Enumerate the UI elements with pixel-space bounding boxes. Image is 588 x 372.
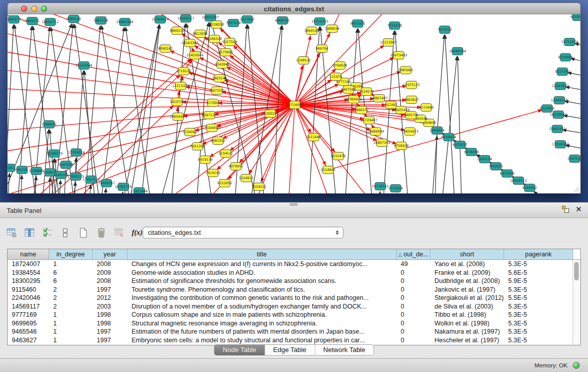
new-column-button[interactable] <box>77 226 90 239</box>
graph-node[interactable]: 7485063 <box>399 67 413 74</box>
graph-node[interactable]: 9218507 <box>571 14 581 21</box>
graph-node[interactable]: 16782759 <box>115 183 132 191</box>
table-cell[interactable]: 1 <box>49 336 93 345</box>
table-row[interactable]: 969969511998Structural magnetic resonanc… <box>8 319 573 328</box>
table-cell[interactable]: 6 <box>49 277 93 286</box>
graph-node[interactable]: 17359924 <box>68 149 84 157</box>
table-row[interactable]: 1830029562008Estimation of significance … <box>8 277 573 286</box>
graph-node[interactable]: 1986034 <box>325 25 340 33</box>
table-settings-button[interactable] <box>5 226 18 239</box>
table-row[interactable]: 946554611997Estimation of the future num… <box>8 327 573 336</box>
graph-node[interactable]: 3175685 <box>219 49 233 56</box>
table-cell[interactable]: 19384554 <box>8 269 49 277</box>
graph-node[interactable]: 16648784 <box>449 48 466 55</box>
graph-node[interactable]: 9152476 <box>331 152 346 160</box>
table-cell[interactable]: 0 <box>397 277 430 286</box>
table-cell[interactable]: 2012 <box>93 294 127 302</box>
graph-node[interactable]: 12444158 <box>551 97 568 104</box>
graph-node[interactable]: 9495754 <box>404 112 419 119</box>
graph-node[interactable]: 9671355 <box>351 20 365 28</box>
table-cell[interactable]: Stergiakouli et al. (2012) <box>430 294 504 302</box>
table-cell[interactable]: Investigating the contribution of common… <box>127 294 397 302</box>
graph-node[interactable]: 7234511 <box>219 150 233 158</box>
graph-node[interactable]: 12093832 <box>552 82 569 90</box>
table-cell[interactable]: 5.3E-5 <box>504 311 573 319</box>
table-cell[interactable]: Tibbo et al. (1998) <box>430 311 504 319</box>
float-panel-icon[interactable] <box>562 206 569 213</box>
table-cell[interactable]: 5.6E-5 <box>504 269 573 277</box>
table-cell[interactable]: Yano et al. (2008) <box>430 260 504 269</box>
table-cell[interactable]: 49 <box>397 260 430 269</box>
graph-node[interactable]: 1440954 <box>430 127 445 135</box>
column-header-title[interactable]: title <box>127 249 397 259</box>
graph-node[interactable]: 1794028 <box>333 62 347 70</box>
graph-node[interactable]: 9329966 <box>558 54 573 61</box>
table-row[interactable]: 1938455462009Genome-wide association stu… <box>8 269 573 277</box>
graph-node[interactable]: 417004 <box>207 99 220 107</box>
graph-node[interactable]: 2260655 <box>42 121 57 128</box>
graph-node[interactable]: 17016504 <box>552 141 569 148</box>
graph-node[interactable]: 14136141 <box>372 183 388 190</box>
graph-node[interactable]: 6879197 <box>453 141 468 149</box>
table-row[interactable]: 1872400712008Changes of HCN gene express… <box>8 260 573 269</box>
table-cell[interactable]: Estimation of significance thresholds fo… <box>127 277 397 286</box>
graph-node[interactable]: 10654112 <box>510 177 527 185</box>
table-selector-dropdown[interactable]: citations_edges.txt <box>143 227 343 238</box>
table-cell[interactable]: 6 <box>49 269 93 277</box>
table-cell[interactable]: 5.9E-5 <box>504 277 573 286</box>
graph-node[interactable]: 7957224 <box>226 19 241 27</box>
table-cell[interactable]: 2009 <box>93 269 127 277</box>
table-cell[interactable]: 5.3E-5 <box>504 336 573 345</box>
table-cell[interactable]: Jankovic et al. (1997) <box>430 286 504 294</box>
graph-node[interactable]: 1961126 <box>94 17 108 25</box>
close-panel-icon[interactable]: ✕ <box>575 206 582 213</box>
table-cell[interactable]: 5.3E-5 <box>504 319 573 328</box>
graph-node[interactable]: 12975125 <box>403 81 420 89</box>
graph-node[interactable]: 39159 <box>17 166 28 174</box>
table-cell[interactable]: 0 <box>397 311 430 319</box>
graph-node[interactable]: 1514845 <box>321 166 336 174</box>
table-cell[interactable]: de Silva et al. (2003) <box>430 302 504 311</box>
table-cell[interactable]: 5.3E-5 <box>504 327 573 336</box>
graph-node[interactable]: 10719155 <box>311 18 328 26</box>
table-cell[interactable]: 1998 <box>93 319 127 328</box>
graph-node[interactable]: 20891406 <box>116 18 133 26</box>
graph-node[interactable]: 9327504 <box>223 38 237 46</box>
graph-node[interactable]: 85051 <box>8 164 15 172</box>
table-cell[interactable]: 5.3E-5 <box>504 302 573 311</box>
graph-node[interactable]: 9890162 <box>158 45 173 53</box>
table-cell[interactable]: Changes of HCN gene expression and I(f) … <box>127 260 397 269</box>
column-header-year[interactable]: year <box>93 249 127 259</box>
table-cell[interactable]: 1997 <box>93 327 127 336</box>
graph-node[interactable]: 1405571 <box>25 17 40 25</box>
table-cell[interactable]: 1 <box>49 327 93 336</box>
show-columns-button[interactable] <box>23 226 36 239</box>
tab-node-table[interactable]: Node Table <box>214 345 265 355</box>
table-cell[interactable]: Genome-wide association studies in ADHD. <box>127 269 397 277</box>
graph-node[interactable]: 8912954 <box>193 30 208 38</box>
table-cell[interactable]: Hescheler et al. (1997) <box>430 336 504 345</box>
graph-node[interactable]: 7986372 <box>354 106 369 114</box>
column-header-out_de[interactable]: △out_de... <box>397 249 430 259</box>
graph-node[interactable]: 7515528 <box>387 22 402 30</box>
table-cell[interactable]: Franke et al. (2009) <box>430 269 504 277</box>
table-cell[interactable]: 14569117 <box>8 302 49 311</box>
network-canvas[interactable]: 2045577140557114055712208914019611262089… <box>7 14 581 193</box>
graph-node[interactable]: 2718129 <box>177 68 191 75</box>
splitter-handle[interactable] <box>290 203 298 206</box>
table-row[interactable]: 946362711997Embryonic stem cells: a mode… <box>8 336 573 345</box>
table-cell[interactable]: 2008 <box>93 277 127 286</box>
delete-table-disabled-button[interactable] <box>113 226 126 239</box>
graph-node[interactable]: 10653287 <box>202 14 219 21</box>
graph-node[interactable]: 8938924 <box>442 134 456 141</box>
graph-node[interactable]: 9081552 <box>211 137 226 145</box>
graph-node[interactable]: 9152655 <box>217 180 232 187</box>
table-cell[interactable]: 9777169 <box>8 311 49 319</box>
table-cell[interactable]: 1 <box>49 260 93 269</box>
select-rows-button[interactable] <box>41 226 54 239</box>
graph-node[interactable]: 9227343 <box>555 68 570 76</box>
graph-node[interactable]: 969704 <box>316 45 329 53</box>
graph-node[interactable]: 7632621 <box>489 163 504 170</box>
table-cell[interactable]: 5.3E-5 <box>504 286 573 294</box>
graph-node[interactable]: 6497568 <box>341 86 356 94</box>
